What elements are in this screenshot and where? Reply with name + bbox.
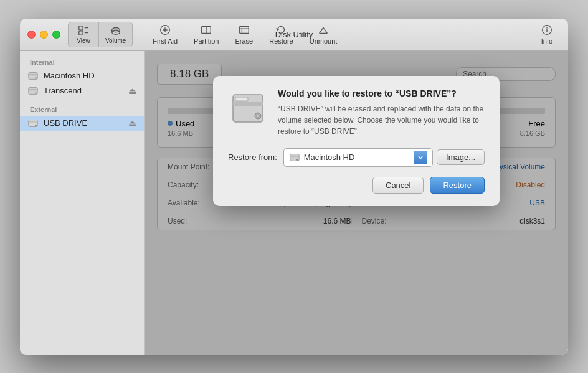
svg-point-19	[547, 27, 548, 28]
select-disk-icon	[289, 152, 300, 163]
restore-from-container: Macintosh HD Image...	[283, 148, 485, 167]
usb-disk-icon	[27, 118, 39, 129]
partition-button[interactable]: Partition	[186, 21, 226, 47]
modal-buttons: Cancel Restore	[228, 177, 485, 194]
svg-rect-0	[79, 26, 83, 29]
modal-title: Would you like to restore to “USB DRIVE”…	[278, 88, 485, 98]
partition-label: Partition	[194, 37, 219, 45]
erase-label: Erase	[235, 37, 253, 45]
restore-from-row: Restore from: Macintosh HD	[228, 148, 485, 167]
sidebar-item-transcend[interactable]: Transcend ⏏	[20, 83, 144, 98]
svg-rect-30	[233, 102, 263, 106]
detail-panel: 8.18 GB Used 16.6 MB	[145, 51, 568, 355]
internal-header: Internal	[20, 56, 144, 68]
svg-rect-27	[29, 121, 37, 122]
volume-label: Volume	[105, 37, 126, 44]
volume-icon	[110, 25, 121, 36]
svg-rect-24	[29, 89, 37, 90]
view-icon	[78, 25, 89, 36]
minimize-button[interactable]	[40, 31, 48, 39]
usb-drive-label: USB DRIVE	[44, 118, 87, 128]
view-label: View	[77, 37, 90, 44]
chevron-icon	[417, 154, 424, 161]
title-bar: View Volume First Aid	[20, 19, 568, 51]
erase-button[interactable]: Erase	[227, 21, 260, 47]
main-content: Internal Macintosh HD Transcend ⏏ Ext	[20, 51, 568, 355]
modal-overlay: Would you like to restore to “USB DRIVE”…	[145, 51, 568, 355]
first-aid-icon	[159, 24, 171, 36]
svg-rect-31	[235, 97, 248, 101]
sidebar-item-macintosh-hd[interactable]: Macintosh HD	[20, 68, 144, 83]
modal-disk-icon	[228, 88, 268, 128]
info-button-container: Info	[533, 21, 561, 47]
external-header: External	[20, 103, 144, 116]
image-button[interactable]: Image...	[437, 149, 485, 165]
close-button[interactable]	[27, 31, 36, 39]
svg-point-25	[35, 92, 37, 94]
volume-button[interactable]: Volume	[98, 22, 132, 47]
first-aid-label: First Aid	[153, 37, 178, 45]
restore-dialog: Would you like to restore to “USB DRIVE”…	[213, 76, 500, 206]
eject-icon-transcend[interactable]: ⏏	[128, 86, 136, 96]
info-icon	[541, 24, 553, 36]
svg-point-22	[35, 77, 37, 79]
eject-icon-usb[interactable]: ⏏	[128, 118, 136, 128]
unmount-icon	[317, 24, 330, 36]
window-title: Disk Utility	[275, 30, 313, 39]
info-button[interactable]: Info	[533, 21, 561, 47]
restore-action-button[interactable]: Restore	[430, 177, 485, 194]
transcend-disk-icon	[27, 85, 39, 97]
modal-body: “USB DRIVE” will be erased and replaced …	[278, 103, 485, 137]
first-aid-button[interactable]: First Aid	[145, 21, 185, 47]
traffic-lights	[27, 31, 60, 39]
svg-rect-13	[240, 27, 249, 34]
svg-point-36	[296, 159, 298, 161]
restore-from-value: Macintosh HD	[304, 153, 410, 162]
disk-icon	[27, 70, 39, 82]
erase-icon	[238, 24, 250, 36]
svg-rect-21	[29, 74, 37, 75]
maximize-button[interactable]	[52, 31, 60, 39]
view-volume-group: View Volume	[68, 22, 133, 47]
svg-point-28	[35, 125, 37, 126]
macintosh-hd-label: Macintosh HD	[44, 71, 95, 80]
partition-icon	[200, 24, 212, 36]
info-label: Info	[541, 37, 552, 45]
restore-from-select[interactable]: Macintosh HD	[283, 148, 433, 167]
unmount-label: Unmount	[310, 37, 338, 45]
modal-header: Would you like to restore to “USB DRIVE”…	[228, 88, 485, 137]
transcend-label: Transcend	[44, 86, 82, 95]
svg-rect-1	[79, 31, 83, 34]
svg-point-33	[257, 115, 259, 117]
restore-from-label: Restore from:	[228, 153, 277, 162]
svg-rect-35	[290, 156, 299, 157]
main-window: View Volume First Aid	[20, 19, 568, 355]
cancel-button[interactable]: Cancel	[372, 177, 424, 194]
select-arrow	[414, 151, 427, 164]
toolbar-actions: First Aid Partition Erase	[145, 21, 344, 47]
modal-text-content: Would you like to restore to “USB DRIVE”…	[278, 88, 485, 137]
sidebar: Internal Macintosh HD Transcend ⏏ Ext	[20, 51, 145, 355]
sidebar-item-usb-drive[interactable]: USB DRIVE ⏏	[20, 116, 144, 131]
view-button[interactable]: View	[69, 22, 98, 47]
